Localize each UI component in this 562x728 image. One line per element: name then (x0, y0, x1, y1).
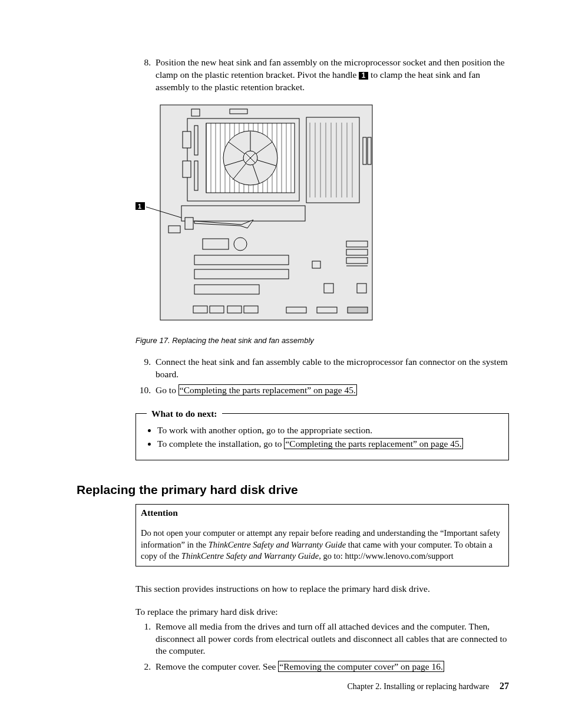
svg-rect-5 (183, 161, 191, 177)
step-number: 1. (135, 621, 156, 658)
step-list-c: 1. Remove all media from the drives and … (135, 621, 509, 674)
attention-italic-a: ThinkCentre Safety and Warranty Guide (209, 540, 346, 549)
step-list-a: 8. Position the new heat sink and fan as… (135, 57, 509, 94)
step-text: Go to (156, 385, 178, 395)
step-10: 10. Go to “Completing the parts replacem… (135, 384, 509, 397)
page-footer: Chapter 2. Installing or replacing hardw… (347, 680, 509, 693)
figure-caption: Figure 17. Replacing the heat sink and f… (135, 335, 509, 346)
what-to-do-next-legend: What to do next: (147, 408, 222, 420)
step-body: Remove all media from the drives and tur… (156, 621, 509, 658)
wtd-text: To complete the installation, go to (157, 439, 284, 449)
xref-link[interactable]: “Completing the parts replacement” on pa… (284, 438, 462, 449)
svg-rect-47 (181, 206, 305, 221)
xref-link[interactable]: “Completing the parts replacement” on pa… (178, 384, 357, 396)
wtd-item: To complete the installation, go to “Com… (157, 438, 499, 450)
page: 8. Position the new heat sink and fan as… (0, 0, 562, 728)
heat-sink-fan-diagram: 1 (135, 102, 389, 326)
wtd-item: To work with another option, go to the a… (157, 424, 499, 437)
wtd-text: To work with another option, go to the a… (157, 425, 372, 435)
attention-box: Attention Do not open your computer or a… (135, 504, 509, 566)
step-body: Connect the heat sink and fan assembly c… (156, 356, 509, 381)
what-to-do-next-box: What to do next: To work with another op… (135, 413, 509, 460)
svg-rect-68 (348, 307, 368, 313)
section-lead: To replace the primary hard disk drive: (135, 606, 509, 618)
figure-17: 1 (135, 102, 509, 345)
section-title: Replacing the primary hard disk drive (77, 482, 509, 498)
footer-chapter: Chapter 2. Installing or replacing hardw… (347, 682, 489, 691)
step-text: Remove the computer cover. See (156, 661, 278, 671)
section-intro: This section provides instructions on ho… (135, 583, 509, 595)
attention-italic-b: ThinkCentre Safety and Warranty Guide (181, 551, 319, 561)
attention-text-c: , go to: http://www.lenovo.com/support (319, 551, 454, 561)
xref-link[interactable]: “Removing the computer cover” on page 16… (278, 661, 444, 672)
step-number: 8. (135, 57, 156, 94)
step-9: 9. Connect the heat sink and fan assembl… (135, 356, 509, 381)
step-8: 8. Position the new heat sink and fan as… (135, 57, 509, 94)
svg-text:1: 1 (138, 203, 141, 210)
step-number: 2. (135, 661, 156, 673)
step-number: 9. (135, 356, 156, 381)
step-1: 1. Remove all media from the drives and … (135, 621, 509, 658)
step-body: Remove the computer cover. See “Removing… (156, 661, 509, 673)
svg-rect-48 (185, 218, 193, 229)
step-number: 10. (135, 384, 156, 397)
svg-rect-4 (183, 131, 191, 148)
step-list-b: 9. Connect the heat sink and fan assembl… (135, 356, 509, 397)
footer-page-number: 27 (500, 681, 509, 691)
attention-title: Attention (136, 505, 508, 528)
step-body: Position the new heat sink and fan assem… (156, 57, 509, 94)
step-2: 2. Remove the computer cover. See “Remov… (135, 661, 509, 673)
callout-1-icon: 1 (359, 72, 368, 80)
step-body: Go to “Completing the parts replacement”… (156, 384, 509, 397)
attention-body: Do not open your computer or attempt any… (136, 528, 508, 566)
